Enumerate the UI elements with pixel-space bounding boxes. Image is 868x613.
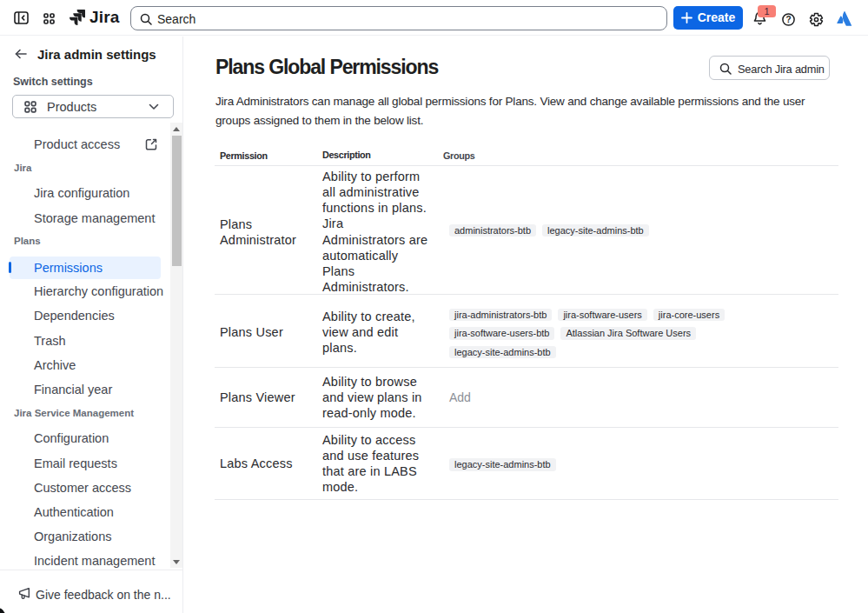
svg-text:?: ? <box>785 15 791 24</box>
